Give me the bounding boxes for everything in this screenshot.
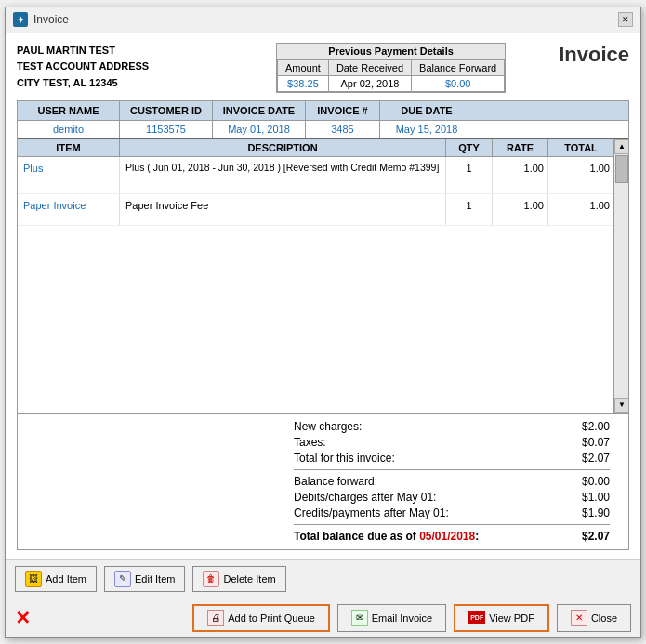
pdf-icon: PDF: [468, 611, 485, 624]
totals-taxes: Taxes: $0.07: [294, 435, 610, 450]
item-name-1: Paper Invoice: [18, 194, 120, 225]
val-user-name: demito: [18, 121, 120, 138]
main-content: PAUL MARTIN TEST TEST ACCOUNT ADDRESS CI…: [6, 33, 640, 559]
col-invoice-num: INVOICE #: [306, 101, 380, 120]
add-item-label: Add Item: [46, 573, 86, 585]
val-invoice-date: May 01, 2018: [213, 121, 306, 138]
col-user-name: USER NAME: [18, 101, 120, 120]
val-invoice-num: 3485: [306, 121, 380, 138]
delete-item-label: Delete Item: [223, 573, 275, 585]
edit-item-label: Edit Item: [135, 573, 175, 585]
totals-section: New charges: $2.00 Taxes: $0.07 Total fo…: [18, 413, 628, 549]
items-col-total: TOTAL: [548, 139, 613, 156]
customer-info: PAUL MARTIN TEST TEST ACCOUNT ADDRESS CI…: [17, 43, 149, 92]
delete-item-button[interactable]: 🗑 Delete Item: [192, 566, 285, 592]
add-item-icon: 🖼: [25, 571, 42, 587]
view-pdf-label: View PDF: [489, 612, 534, 624]
email-invoice-button[interactable]: ✉ Email Invoice: [337, 604, 446, 632]
item-desc-0: Plus ( Jun 01, 2018 - Jun 30, 2018 ) [Re…: [120, 157, 446, 193]
pd-date: Apr 02, 2018: [328, 75, 411, 91]
view-pdf-button[interactable]: PDF View PDF: [454, 604, 549, 632]
totals-separator-1: [294, 469, 610, 470]
items-col-item: ITEM: [18, 139, 120, 156]
balance-fwd-value: $0.00: [582, 475, 610, 488]
close-button-footer[interactable]: ✕ Close: [557, 604, 631, 632]
items-col-qty: QTY: [446, 139, 493, 156]
item-desc-1: Paper Invoice Fee: [120, 194, 446, 225]
total-due-label: Total balance due as of 05/01/2018:: [294, 530, 479, 543]
total-due-value: $2.07: [582, 530, 610, 543]
totals-right: New charges: $2.00 Taxes: $0.07 Total fo…: [294, 419, 610, 544]
action-buttons-bar: 🖼 Add Item ✎ Edit Item 🗑 Delete Item: [6, 559, 640, 598]
email-icon: ✉: [351, 610, 368, 626]
invoice-info-row: demito 1153575 May 01, 2018 3485 May 15,…: [18, 121, 628, 139]
items-section: ITEM DESCRIPTION QTY RATE TOTAL Plus Plu…: [18, 139, 628, 413]
header-section: PAUL MARTIN TEST TEST ACCOUNT ADDRESS CI…: [17, 43, 629, 93]
item-qty-0: 1: [446, 157, 493, 193]
item-name-0: Plus: [18, 157, 120, 193]
total-invoice-label: Total for this invoice:: [294, 452, 395, 465]
col-invoice-date: INVOICE DATE: [213, 101, 306, 120]
item-total-0: 1.00: [548, 157, 613, 193]
payment-details-table: Amount Date Received Balance Forward $38…: [277, 59, 505, 92]
scrollbar[interactable]: ▲ ▼: [613, 139, 628, 413]
add-to-queue-button[interactable]: 🖨 Add to Print Queue: [192, 604, 330, 632]
totals-credits: Credits/payments after May 01: $1.90: [294, 506, 610, 520]
scroll-down-btn[interactable]: ▼: [614, 398, 628, 413]
close-button[interactable]: ✕: [618, 12, 633, 27]
item-rate-0: 1.00: [493, 157, 548, 193]
invoice-header-row: USER NAME CUSTOMER ID INVOICE DATE INVOI…: [18, 101, 628, 121]
totals-due: Total balance due as of 05/01/2018: $2.0…: [294, 529, 610, 544]
item-rate-1: 1.00: [493, 194, 548, 225]
main-table-container: USER NAME CUSTOMER ID INVOICE DATE INVOI…: [17, 100, 629, 550]
pd-amount: $38.25: [277, 75, 328, 91]
debits-value: $1.00: [582, 491, 610, 504]
scroll-track: [614, 154, 628, 398]
taxes-label: Taxes:: [294, 436, 326, 449]
close-label: Close: [591, 612, 617, 624]
new-charges-value: $2.00: [582, 420, 610, 433]
add-to-queue-label: Add to Print Queue: [228, 612, 315, 624]
email-invoice-label: Email Invoice: [372, 612, 432, 624]
credits-label: Credits/payments after May 01:: [294, 506, 449, 519]
footer-bar: ✕ 🖨 Add to Print Queue ✉ Email Invoice P…: [6, 598, 640, 637]
delete-item-icon: 🗑: [203, 571, 219, 587]
delete-x-button[interactable]: ✕: [15, 607, 31, 629]
debits-label: Debits/charges after May 01:: [294, 491, 436, 504]
add-item-button[interactable]: 🖼 Add Item: [15, 566, 97, 592]
window-title: Invoice: [33, 13, 69, 26]
val-customer-id: 1153575: [120, 121, 213, 138]
items-body: Plus Plus ( Jun 01, 2018 - Jun 30, 2018 …: [18, 157, 613, 343]
customer-address: TEST ACCOUNT ADDRESS: [17, 59, 149, 75]
items-scroll-area[interactable]: ITEM DESCRIPTION QTY RATE TOTAL Plus Plu…: [18, 139, 613, 413]
pd-row: $38.25 Apr 02, 2018 $0.00: [277, 75, 504, 91]
items-col-desc: DESCRIPTION: [120, 139, 446, 156]
pd-col-balance: Balance Forward: [412, 59, 505, 75]
balance-fwd-label: Balance forward:: [294, 475, 377, 488]
totals-invoice-total: Total for this invoice: $2.07: [294, 451, 610, 466]
app-icon: ✦: [13, 12, 28, 27]
items-header: ITEM DESCRIPTION QTY RATE TOTAL: [18, 139, 613, 157]
customer-city: CITY TEST, AL 12345: [17, 75, 149, 92]
items-col-rate: RATE: [493, 139, 548, 156]
totals-separator-2: [294, 524, 610, 525]
edit-item-button[interactable]: ✎ Edit Item: [104, 566, 185, 592]
invoice-title: Invoice: [521, 43, 629, 67]
table-row: Paper Invoice Paper Invoice Fee 1 1.00 1…: [18, 194, 613, 226]
new-charges-label: New charges:: [294, 420, 362, 433]
scroll-thumb[interactable]: [615, 155, 628, 183]
pd-col-date: Date Received: [328, 59, 411, 75]
col-customer-id: CUSTOMER ID: [120, 101, 213, 120]
customer-name: PAUL MARTIN TEST: [17, 43, 149, 59]
payment-details-box: Previous Payment Details Amount Date Rec…: [276, 43, 506, 93]
totals-new-charges: New charges: $2.00: [294, 419, 610, 434]
scroll-up-btn[interactable]: ▲: [614, 139, 628, 154]
invoice-window: ✦ Invoice ✕ PAUL MARTIN TEST TEST ACCOUN…: [5, 7, 641, 638]
val-due-date: May 15, 2018: [380, 121, 473, 138]
pd-col-amount: Amount: [277, 59, 328, 75]
edit-item-icon: ✎: [114, 571, 131, 587]
pd-balance: $0.00: [412, 75, 505, 91]
total-invoice-value: $2.07: [582, 452, 610, 465]
payment-details-title: Previous Payment Details: [277, 44, 505, 59]
queue-icon: 🖨: [207, 610, 224, 626]
